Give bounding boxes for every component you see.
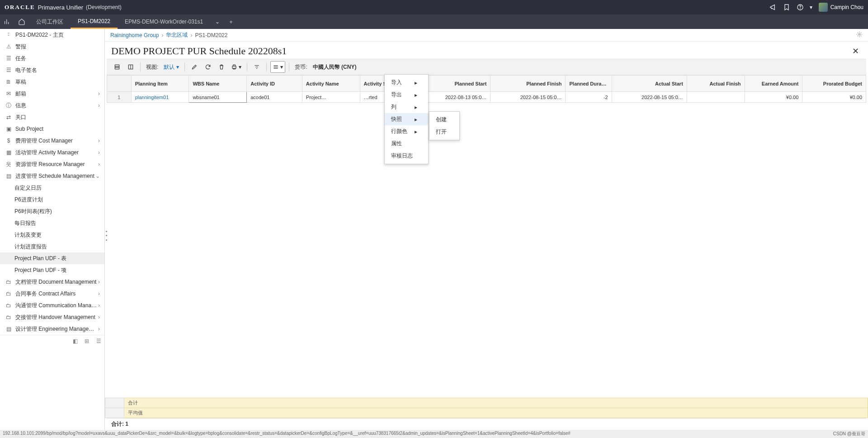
sidebar-item-tasks[interactable]: ☰任务 xyxy=(0,52,104,64)
col-actual-finish[interactable]: Actual Finish xyxy=(687,76,745,92)
cell-actual-start[interactable]: 2022-08-15 05:0… xyxy=(612,92,687,103)
col-actual-start[interactable]: Actual Start xyxy=(612,76,687,92)
help-caret-icon[interactable]: ▾ xyxy=(808,2,814,13)
sidebar-item-contract-affairs[interactable]: 🗀合同事务 Contract Affairs› xyxy=(0,288,104,300)
sidebar-sub-plan-change[interactable]: 计划及变更 xyxy=(0,229,104,241)
sidebar-item-mailbox[interactable]: ✉邮箱› xyxy=(0,88,104,100)
tab-overflow-icon[interactable]: ⌄ xyxy=(210,14,225,29)
tab-add-icon[interactable]: ＋ xyxy=(225,18,237,26)
menu-item-import[interactable]: 导入▸ xyxy=(385,76,428,89)
menu-button[interactable]: ▾ xyxy=(270,61,285,73)
status-watermark: CSDN @蚕豆哥 xyxy=(833,431,865,437)
menu-item-export[interactable]: 导出▸ xyxy=(385,89,428,101)
col-planned-duration[interactable]: Planned Duration xyxy=(566,76,612,92)
menu-item-row-color[interactable]: 行颜色▸ xyxy=(385,125,428,138)
cell-activity-id[interactable]: acode01 xyxy=(247,92,302,103)
list-view-button[interactable] xyxy=(111,61,123,73)
sidebar-item-drafts[interactable]: 🗎草稿 xyxy=(0,76,104,88)
col-activity-name[interactable]: Activity Name xyxy=(302,76,360,92)
sidebar-item-info[interactable]: ⓘ信息› xyxy=(0,100,104,111)
people-icon: 웃 xyxy=(5,161,13,168)
cell-earned-amount[interactable]: ¥0.00 xyxy=(745,92,802,103)
menu-item-properties[interactable]: 属性 xyxy=(385,138,428,150)
col-planning-item[interactable]: Planning Item xyxy=(131,76,189,92)
sidebar-item-subproject[interactable]: ▣Sub Project xyxy=(0,123,104,135)
alert-icon: ⚠ xyxy=(5,43,13,50)
view-select[interactable]: 默认 ▾ xyxy=(162,61,180,73)
chevron-right-icon: ▸ xyxy=(415,80,417,86)
bookmark-icon[interactable] xyxy=(781,2,792,13)
summary-avg-row: 平均值 xyxy=(105,408,868,418)
design-icon: ▤ xyxy=(5,326,13,332)
sidebar-item-schedule-management[interactable]: ▤进度管理 Schedule Management⌄ xyxy=(0,170,104,182)
user-menu[interactable]: Campin Chou xyxy=(819,3,863,12)
cell-wbs-name[interactable]: wbsname01 xyxy=(189,92,247,103)
menu-item-audit-log[interactable]: 审核日志 xyxy=(385,150,428,162)
gear-icon[interactable] xyxy=(856,31,863,39)
home-icon[interactable] xyxy=(14,14,29,29)
cell-activity-name[interactable]: Project… xyxy=(302,92,360,103)
sidebar-item-document-management[interactable]: 🗀文档管理 Document Management› xyxy=(0,276,104,288)
sidebar-footer-btn-2[interactable]: ⊞ xyxy=(83,337,91,345)
filter-button[interactable] xyxy=(251,61,263,73)
close-icon[interactable]: ✕ xyxy=(849,45,862,57)
menu-item-snapshot[interactable]: 快照▸ xyxy=(385,113,428,125)
sidebar-sub-custom-calendar[interactable]: 自定义日历 xyxy=(0,182,104,194)
sidebar-item-resource-manager[interactable]: 웃资源管理 Resource Manager› xyxy=(0,158,104,170)
sidebar-footer-btn-1[interactable]: ◧ xyxy=(71,337,79,345)
sidebar-sub-progress-report[interactable]: 计划进度报告 xyxy=(0,241,104,252)
tab-ps1-dm2022[interactable]: PS1-DM2022 xyxy=(71,14,118,29)
cell-prorated-budget[interactable]: ¥0.00 xyxy=(802,92,866,103)
col-planned-finish[interactable]: Planned Finish xyxy=(491,76,566,92)
cell-actual-finish[interactable] xyxy=(687,92,745,103)
sidebar-sub-daily-report[interactable]: 每日报告 xyxy=(0,217,104,229)
sidebar-sub-p6-timesheet[interactable]: P6时间表(程序) xyxy=(0,205,104,217)
breadcrumb-region[interactable]: 华北区域 xyxy=(166,31,188,39)
cell-planned-duration[interactable]: -2 xyxy=(566,92,612,103)
sidebar-item-cost-manager[interactable]: $费用管理 Cost Manager› xyxy=(0,135,104,147)
tab-epms-demo-workorder[interactable]: EPMS-DEMO-WorkOrder-031s1 xyxy=(118,14,210,29)
folder-icon: 🗀 xyxy=(5,302,13,309)
sidebar-footer-btn-3[interactable]: ☰ xyxy=(94,337,103,345)
grid-container[interactable]: Planning Item WBS Name Activity ID Activ… xyxy=(107,75,866,398)
sidebar-item-esign[interactable]: ☰电子签名 xyxy=(0,64,104,76)
menu-item-columns[interactable]: 列▸ xyxy=(385,101,428,113)
col-earned-amount[interactable]: Earned Amount xyxy=(745,76,802,92)
chevron-right-icon: › xyxy=(98,302,100,309)
help-icon[interactable] xyxy=(795,2,806,13)
tab-company-workspace[interactable]: 公司工作区 xyxy=(29,14,71,29)
sidebar-item-activity-manager[interactable]: ▦活动管理 Activity Manager› xyxy=(0,147,104,158)
sidebar-sub-project-plan-udf-item[interactable]: Project Plan UDF - 项 xyxy=(0,264,104,276)
col-rownum[interactable] xyxy=(107,76,132,92)
chevron-right-icon: ▸ xyxy=(415,104,417,110)
sidebar-item-alerts[interactable]: ⚠警报 xyxy=(0,41,104,52)
sidebar-item-communication-management[interactable]: 🗀沟通管理 Communication Management› xyxy=(0,300,104,311)
announce-icon[interactable] xyxy=(768,2,778,13)
dashboard-icon[interactable] xyxy=(0,14,14,29)
sidebar-item-home[interactable]: ⸚PS1-DM2022 - 主页 xyxy=(0,29,104,41)
schedule-grid: Planning Item WBS Name Activity ID Activ… xyxy=(107,75,866,103)
user-name: Campin Chou xyxy=(830,4,863,10)
col-wbs-name[interactable]: WBS Name xyxy=(189,76,247,92)
table-row[interactable]: 1 planningitem01 wbsname01 acode01 Proje… xyxy=(107,92,866,103)
chevron-right-icon: › xyxy=(98,314,100,320)
breadcrumb-root[interactable]: Raininghome Group xyxy=(110,32,159,38)
refresh-button[interactable] xyxy=(202,61,214,73)
sidebar-item-handover-management[interactable]: 🗀交接管理 Handover Management› xyxy=(0,311,104,323)
submenu-item-create[interactable]: 创建 xyxy=(429,114,459,126)
cell-planned-finish[interactable]: 2022-08-15 05:0… xyxy=(491,92,566,103)
split-view-button[interactable] xyxy=(125,61,137,73)
money-icon: $ xyxy=(5,138,13,144)
col-activity-id[interactable]: Activity ID xyxy=(247,76,302,92)
sidebar-sub-project-plan-udf-table[interactable]: Project Plan UDF - 表 xyxy=(0,252,104,264)
chevron-right-icon: › xyxy=(98,102,100,109)
cell-planning-item[interactable]: planningitem01 xyxy=(131,92,189,103)
sidebar-sub-p6-progress[interactable]: P6进度计划 xyxy=(0,194,104,205)
col-prorated-budget[interactable]: Prorated Budget xyxy=(802,76,866,92)
sidebar-item-engineering-management[interactable]: ▤设计管理 Engineering Management› xyxy=(0,323,104,335)
sidebar-item-gate[interactable]: ⇄关口 xyxy=(0,111,104,123)
print-button[interactable]: ▾ xyxy=(229,61,243,73)
delete-button[interactable] xyxy=(216,61,227,73)
submenu-item-open[interactable]: 打开 xyxy=(429,126,459,138)
edit-button[interactable] xyxy=(189,61,200,73)
